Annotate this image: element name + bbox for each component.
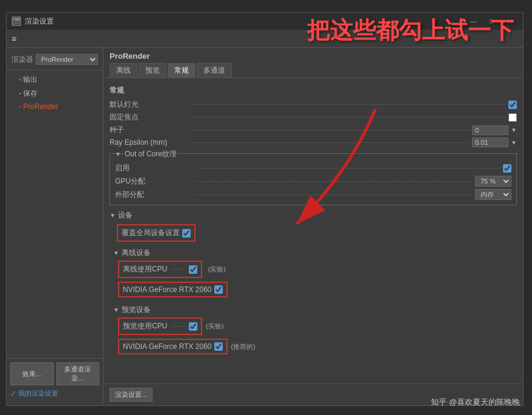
window-controls: — □ ✕ <box>465 15 518 27</box>
devices-header: ▼ 设备 <box>110 210 517 221</box>
seed-control: ▼ <box>472 125 517 135</box>
devices-title: 设备 <box>118 210 133 221</box>
ray-epsilon-row: Ray Epsilon (mm) ▼ <box>110 136 517 148</box>
cover-device-row: 覆盖全局设备设置 <box>117 223 517 243</box>
preview-devices-title: 预览设备 <box>122 305 151 315</box>
preview-gpu-label: NVIDIA GeForce RTX 2060 <box>123 342 212 351</box>
main-content: 渲染器 ProRender - 输出 - 保存 - ProRender 效果..… <box>7 48 523 405</box>
render-settings-footer-button[interactable]: 渲染设置... <box>110 388 153 402</box>
dots-prev-cpu <box>172 326 184 327</box>
sidebar-item-prorender[interactable]: - ProRender <box>7 101 103 113</box>
preview-cpu-tag: (实验) <box>206 322 223 331</box>
preview-cpu-row: 预览使用CPU (实验) <box>118 316 517 336</box>
preview-gpu-highlight-box: NVIDIA GeForce RTX 2060 <box>118 339 228 354</box>
tab-preview[interactable]: 预览 <box>139 63 166 78</box>
offline-cpu-checkbox[interactable] <box>189 265 197 274</box>
preview-devices-section: ▼ 预览设备 预览使用CPU (实验) <box>113 305 517 356</box>
close-button[interactable]: ✕ <box>501 15 518 27</box>
offline-cpu-tag: (实验) <box>208 265 226 273</box>
oc-enable-label: 启用 <box>115 163 194 173</box>
out-of-core-header: ▼ Out of Core纹理 <box>115 149 511 159</box>
tab-multichannel[interactable]: 多通道 <box>197 63 232 78</box>
seed-arrow-icon: ▼ <box>511 127 517 133</box>
default-light-control <box>508 101 517 109</box>
default-light-row: 默认灯光 <box>110 98 517 111</box>
oc-gpu-select[interactable]: 75 % <box>475 176 511 187</box>
fixed-focus-control <box>508 113 517 122</box>
ray-epsilon-control: ▼ <box>472 138 517 147</box>
offline-cpu-label: 离线使用CPU <box>123 264 167 274</box>
tabs-bar: 离线 预览 常规 多通道 <box>103 61 523 78</box>
toolbar: ≡ <box>7 30 523 48</box>
oc-ext-row: 外部分配 内存 <box>115 188 511 201</box>
offline-devices-collapse-icon[interactable]: ▼ <box>113 250 119 256</box>
dots-3 <box>191 130 470 130</box>
oc-ext-select[interactable]: 内存 <box>475 189 511 200</box>
dots-2 <box>191 117 506 118</box>
seed-label: 种子 <box>110 125 188 135</box>
offline-gpu-row: NVIDIA GeForce RTX 2060 <box>118 281 517 299</box>
collapse-arrow-icon[interactable]: ▼ <box>115 151 121 158</box>
preview-devices-collapse-icon[interactable]: ▼ <box>113 307 119 313</box>
default-light-checkbox[interactable] <box>508 101 517 109</box>
offline-gpu-label: NVIDIA GeForce RTX 2060 <box>123 285 212 294</box>
seed-row: 种子 ▼ <box>110 124 517 136</box>
offline-cpu-highlight-box: 离线使用CPU <box>118 261 202 278</box>
ray-epsilon-arrow-icon: ▼ <box>511 139 517 146</box>
maximize-button[interactable]: □ <box>483 15 500 27</box>
preview-cpu-checkbox[interactable] <box>189 322 197 331</box>
offline-gpu-checkbox[interactable] <box>214 285 223 294</box>
ray-epsilon-input[interactable] <box>472 138 508 147</box>
sidebar: 渲染器 ProRender - 输出 - 保存 - ProRender 效果..… <box>7 48 103 405</box>
cover-device-checkbox[interactable] <box>182 229 191 237</box>
tab-offline[interactable]: 离线 <box>110 63 137 78</box>
oc-gpu-row: GPU分配 75 % <box>115 174 511 188</box>
window-title: 渲染设置 <box>25 16 54 27</box>
fixed-focus-row: 固定焦点 <box>110 111 517 124</box>
preview-gpu-row: NVIDIA GeForce RTX 2060 (推荐的) <box>118 337 517 356</box>
panel-title: ProRender <box>103 48 523 61</box>
fixed-focus-checkbox[interactable] <box>508 113 517 122</box>
effects-button[interactable]: 效果... <box>10 362 54 385</box>
fixed-focus-label: 固定焦点 <box>110 112 188 122</box>
minimize-button[interactable]: — <box>465 15 482 27</box>
devices-group: ▼ 设备 覆盖全局设备设置 ▼ 离线设备 <box>110 210 517 356</box>
hamburger-menu-icon[interactable]: ≡ <box>11 34 16 44</box>
sidebar-item-output[interactable]: - 输出 <box>7 73 103 87</box>
cover-device-label: 覆盖全局设备设置 <box>122 228 180 238</box>
ray-epsilon-label: Ray Epsilon (mm) <box>110 138 188 147</box>
seed-input[interactable] <box>472 125 508 135</box>
dots-7 <box>196 194 473 195</box>
multichannel-button[interactable]: 多通道渲染... <box>56 362 100 385</box>
window-icon: 🎬 <box>11 16 21 26</box>
oc-enable-row: 启用 <box>115 162 511 174</box>
cover-device-highlight-box: 覆盖全局设备设置 <box>117 224 195 242</box>
dots-4 <box>191 142 470 143</box>
preview-gpu-checkbox[interactable] <box>214 342 223 351</box>
renderer-label: 渲染器 <box>11 55 33 65</box>
offline-cpu-row: 离线使用CPU (实验) <box>118 259 517 279</box>
preview-cpu-highlight-box: 预览使用CPU <box>118 317 202 335</box>
preview-cpu-label: 预览使用CPU <box>123 321 167 331</box>
watermark-text: 知乎 @喜欢夏天的陈晚晚 <box>431 397 520 408</box>
out-of-core-title: Out of Core纹理 <box>123 149 178 159</box>
offline-devices-header: ▼ 离线设备 <box>113 248 517 258</box>
my-render-settings-link[interactable]: ⤢ 我的渲染设置 <box>10 389 99 398</box>
dots-5 <box>196 168 501 168</box>
tab-general[interactable]: 常规 <box>168 63 195 78</box>
oc-gpu-label: GPU分配 <box>115 176 194 187</box>
offline-devices-title: 离线设备 <box>122 248 151 258</box>
sidebar-divider-1 <box>7 70 103 70</box>
dots-cpu <box>172 269 184 270</box>
offline-gpu-highlight-box: NVIDIA GeForce RTX 2060 <box>118 282 228 297</box>
sidebar-item-save[interactable]: - 保存 <box>7 87 103 101</box>
title-bar: 🎬 渲染设置 — □ ✕ <box>7 13 523 30</box>
oc-enable-checkbox[interactable] <box>503 164 511 173</box>
panel-body: 常规 默认灯光 固定焦点 <box>103 78 523 383</box>
renderer-select[interactable]: ProRender <box>36 54 98 65</box>
devices-collapse-icon[interactable]: ▼ <box>110 212 116 219</box>
sidebar-bottom: 效果... 多通道渲染... ⤢ 我的渲染设置 <box>7 358 103 402</box>
resize-icon: ⤢ <box>10 390 16 397</box>
offline-devices-section: ▼ 离线设备 离线使用CPU (实验) <box>113 248 517 299</box>
sidebar-action-buttons: 效果... 多通道渲染... <box>10 362 99 385</box>
